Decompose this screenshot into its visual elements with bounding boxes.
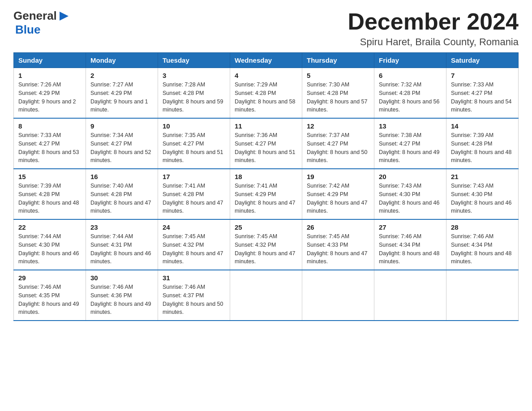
day-number: 24 [163,223,225,231]
day-info: Sunrise: 7:44 AMSunset: 4:31 PMDaylight:… [90,233,151,265]
calendar-cell: 27 Sunrise: 7:46 AMSunset: 4:34 PMDaylig… [374,219,446,270]
day-info: Sunrise: 7:46 AMSunset: 4:34 PMDaylight:… [379,233,440,265]
day-info: Sunrise: 7:46 AMSunset: 4:36 PMDaylight:… [90,284,151,315]
calendar-cell: 9 Sunrise: 7:34 AMSunset: 4:27 PMDayligh… [86,118,158,169]
day-info: Sunrise: 7:28 AMSunset: 4:28 PMDaylight:… [163,81,223,113]
day-number: 25 [235,223,297,231]
day-number: 10 [163,122,225,130]
calendar-cell: 6 Sunrise: 7:32 AMSunset: 4:28 PMDayligh… [374,68,446,119]
day-number: 30 [90,274,153,282]
day-number: 22 [18,223,81,231]
day-number: 6 [379,72,442,79]
calendar-cell: 17 Sunrise: 7:41 AMSunset: 4:28 PMDaylig… [158,169,230,219]
day-number: 7 [451,72,514,79]
calendar-header-wednesday: Wednesday [230,53,302,68]
calendar-cell: 23 Sunrise: 7:44 AMSunset: 4:31 PMDaylig… [86,219,158,270]
day-number: 26 [307,223,369,231]
day-info: Sunrise: 7:26 AMSunset: 4:29 PMDaylight:… [18,81,76,113]
calendar-cell [230,270,302,321]
day-info: Sunrise: 7:42 AMSunset: 4:29 PMDaylight:… [307,183,368,214]
day-number: 27 [379,223,442,231]
day-info: Sunrise: 7:43 AMSunset: 4:30 PMDaylight:… [451,183,512,214]
calendar-cell: 19 Sunrise: 7:42 AMSunset: 4:29 PMDaylig… [302,169,374,219]
day-info: Sunrise: 7:45 AMSunset: 4:32 PMDaylight:… [163,233,223,265]
calendar-cell: 1 Sunrise: 7:26 AMSunset: 4:29 PMDayligh… [14,68,86,119]
day-info: Sunrise: 7:44 AMSunset: 4:30 PMDaylight:… [18,233,79,265]
day-number: 14 [451,122,514,130]
day-info: Sunrise: 7:33 AMSunset: 4:27 PMDaylight:… [451,81,512,113]
day-info: Sunrise: 7:45 AMSunset: 4:33 PMDaylight:… [307,233,368,265]
calendar-cell: 21 Sunrise: 7:43 AMSunset: 4:30 PMDaylig… [446,169,519,219]
calendar-cell: 14 Sunrise: 7:39 AMSunset: 4:28 PMDaylig… [446,118,519,169]
calendar-cell: 31 Sunrise: 7:46 AMSunset: 4:37 PMDaylig… [158,270,230,321]
subtitle: Spiru Haret, Braila County, Romania [348,36,519,48]
day-number: 31 [163,274,225,282]
day-number: 2 [90,72,153,79]
day-number: 12 [307,122,369,130]
calendar-cell: 18 Sunrise: 7:41 AMSunset: 4:29 PMDaylig… [230,169,302,219]
day-info: Sunrise: 7:46 AMSunset: 4:35 PMDaylight:… [18,284,79,315]
calendar-week-row: 8 Sunrise: 7:33 AMSunset: 4:27 PMDayligh… [14,118,519,169]
day-number: 20 [379,173,442,180]
calendar-cell: 25 Sunrise: 7:45 AMSunset: 4:32 PMDaylig… [230,219,302,270]
day-number: 13 [379,122,442,130]
day-info: Sunrise: 7:46 AMSunset: 4:34 PMDaylight:… [451,233,512,265]
calendar-cell: 10 Sunrise: 7:35 AMSunset: 4:27 PMDaylig… [158,118,230,169]
calendar-cell: 3 Sunrise: 7:28 AMSunset: 4:28 PMDayligh… [158,68,230,119]
calendar-cell: 20 Sunrise: 7:43 AMSunset: 4:30 PMDaylig… [374,169,446,219]
calendar-cell: 16 Sunrise: 7:40 AMSunset: 4:28 PMDaylig… [86,169,158,219]
calendar-cell [446,270,519,321]
calendar-week-row: 22 Sunrise: 7:44 AMSunset: 4:30 PMDaylig… [14,219,519,270]
calendar-cell: 2 Sunrise: 7:27 AMSunset: 4:29 PMDayligh… [86,68,158,119]
day-number: 4 [235,72,297,79]
calendar-cell: 26 Sunrise: 7:45 AMSunset: 4:33 PMDaylig… [302,219,374,270]
calendar-cell: 11 Sunrise: 7:36 AMSunset: 4:27 PMDaylig… [230,118,302,169]
day-number: 23 [90,223,153,231]
day-number: 8 [18,122,81,130]
calendar-cell: 12 Sunrise: 7:37 AMSunset: 4:27 PMDaylig… [302,118,374,169]
calendar-header-tuesday: Tuesday [158,53,230,68]
day-info: Sunrise: 7:35 AMSunset: 4:27 PMDaylight:… [163,132,223,163]
svg-marker-0 [60,12,69,21]
calendar-header-row: SundayMondayTuesdayWednesdayThursdayFrid… [14,53,519,68]
calendar-cell [374,270,446,321]
day-number: 28 [451,223,514,231]
day-number: 19 [307,173,369,180]
day-info: Sunrise: 7:39 AMSunset: 4:28 PMDaylight:… [451,132,512,163]
day-info: Sunrise: 7:37 AMSunset: 4:27 PMDaylight:… [307,132,368,163]
day-number: 21 [451,173,514,180]
day-number: 3 [163,72,225,79]
day-info: Sunrise: 7:41 AMSunset: 4:28 PMDaylight:… [163,183,223,214]
calendar-header-saturday: Saturday [446,53,519,68]
day-info: Sunrise: 7:40 AMSunset: 4:28 PMDaylight:… [90,183,151,214]
day-info: Sunrise: 7:39 AMSunset: 4:28 PMDaylight:… [18,183,79,214]
logo-text-blue: Blue [15,23,40,36]
logo: General Blue [13,9,70,37]
logo-text-general: General [13,9,57,23]
calendar-cell [302,270,374,321]
day-number: 18 [235,173,297,180]
day-info: Sunrise: 7:43 AMSunset: 4:30 PMDaylight:… [379,183,440,214]
day-info: Sunrise: 7:46 AMSunset: 4:37 PMDaylight:… [163,284,223,315]
day-info: Sunrise: 7:32 AMSunset: 4:28 PMDaylight:… [379,81,440,113]
calendar-cell: 8 Sunrise: 7:33 AMSunset: 4:27 PMDayligh… [14,118,86,169]
day-number: 16 [90,173,153,180]
day-info: Sunrise: 7:33 AMSunset: 4:27 PMDaylight:… [18,132,79,163]
calendar-cell: 28 Sunrise: 7:46 AMSunset: 4:34 PMDaylig… [446,219,519,270]
day-info: Sunrise: 7:30 AMSunset: 4:28 PMDaylight:… [307,81,368,113]
calendar-header-thursday: Thursday [302,53,374,68]
day-info: Sunrise: 7:34 AMSunset: 4:27 PMDaylight:… [90,132,151,163]
day-number: 17 [163,173,225,180]
day-info: Sunrise: 7:41 AMSunset: 4:29 PMDaylight:… [235,183,296,214]
day-number: 11 [235,122,297,130]
calendar-cell: 15 Sunrise: 7:39 AMSunset: 4:28 PMDaylig… [14,169,86,219]
calendar-cell: 30 Sunrise: 7:46 AMSunset: 4:36 PMDaylig… [86,270,158,321]
calendar-header-friday: Friday [374,53,446,68]
calendar-cell: 4 Sunrise: 7:29 AMSunset: 4:28 PMDayligh… [230,68,302,119]
calendar-week-row: 15 Sunrise: 7:39 AMSunset: 4:28 PMDaylig… [14,169,519,219]
day-info: Sunrise: 7:29 AMSunset: 4:28 PMDaylight:… [235,81,296,113]
calendar-cell: 29 Sunrise: 7:46 AMSunset: 4:35 PMDaylig… [14,270,86,321]
calendar-cell: 22 Sunrise: 7:44 AMSunset: 4:30 PMDaylig… [14,219,86,270]
main-title: December 2024 [348,9,519,34]
day-number: 15 [18,173,81,180]
